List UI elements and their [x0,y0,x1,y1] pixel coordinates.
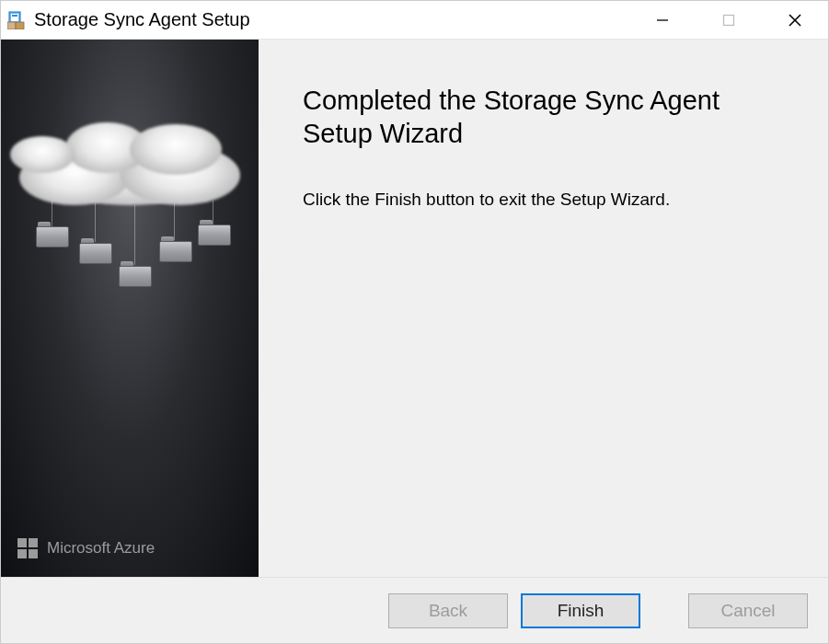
close-button[interactable] [762,1,828,39]
back-button: Back [388,593,508,628]
main-panel: Completed the Storage Sync Agent Setup W… [259,40,828,577]
svg-rect-3 [7,22,16,29]
windows-logo-icon [17,538,38,558]
cloud-graphic [10,113,249,205]
minimize-icon [656,14,669,27]
wizard-footer: Back Finish Cancel [1,577,828,643]
window-title: Storage Sync Agent Setup [34,9,629,30]
azure-brand: Microsoft Azure [17,538,155,558]
folder-icon [36,224,69,247]
svg-rect-6 [724,15,734,25]
svg-rect-4 [16,22,24,29]
close-icon [788,13,802,28]
wizard-banner-image: Microsoft Azure [1,40,259,577]
cancel-button: Cancel [688,593,808,628]
maximize-button [696,1,762,39]
titlebar: Storage Sync Agent Setup [1,1,828,40]
finish-button[interactable]: Finish [521,593,640,628]
minimize-button[interactable] [629,1,696,39]
maximize-icon [722,14,735,27]
azure-brand-label: Microsoft Azure [47,539,155,558]
installer-icon [6,10,27,30]
folder-icon [119,263,152,287]
window-controls [629,1,828,39]
wizard-heading: Completed the Storage Sync Agent Setup W… [303,84,791,151]
wizard-body-text: Click the Finish button to exit the Setu… [303,190,791,210]
folder-icon [79,240,112,264]
folder-icon [198,222,231,246]
installer-window: Storage Sync Agent Setup [0,0,829,644]
content-area: Microsoft Azure Completed the Storage Sy… [1,40,828,577]
folder-icon [159,238,192,262]
svg-rect-2 [12,15,17,17]
